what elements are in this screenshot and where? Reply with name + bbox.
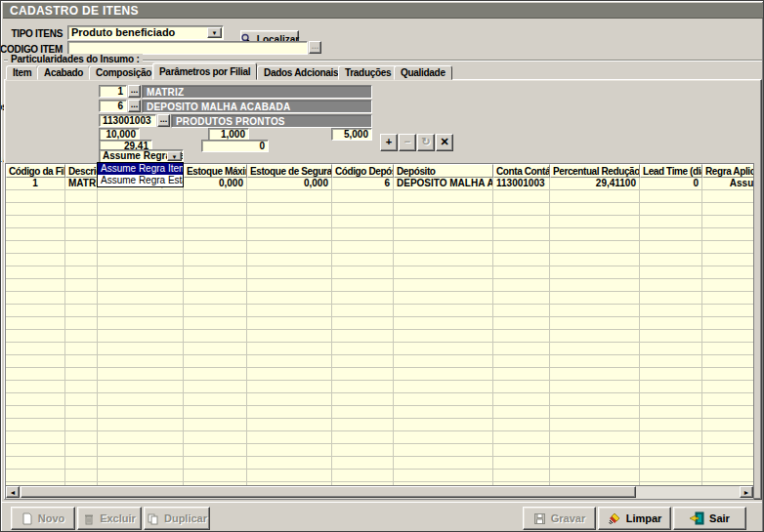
grid-empty-row[interactable] [6,368,754,381]
scroll-left-arrow-icon[interactable]: ◄ [6,486,20,498]
grid-empty-row[interactable] [6,431,754,444]
lead-time-input[interactable]: 0 [201,140,269,152]
grid-cell [640,317,702,330]
grid-cell [550,368,640,381]
grid-column-header[interactable]: Código Depósito [332,164,394,178]
grid-empty-row[interactable] [6,406,754,419]
cancel-record-button[interactable]: ✕ [436,134,453,151]
novo-button[interactable]: Novo [11,507,75,530]
grid-empty-row[interactable] [6,190,754,203]
tab-dados-adcionais[interactable]: Dados Adcionais [257,65,345,80]
grid-cell [98,305,184,317]
estoque-seguranca-input[interactable]: 5,000 [331,128,372,141]
grid-cell [640,203,702,216]
grid-empty-row[interactable] [6,241,754,254]
dropdown-option-assume-regra-item[interactable]: Assume Regra Item [98,163,183,175]
codigo-filial-browse-button[interactable]: ... [128,85,141,98]
grid-empty-row[interactable] [6,317,754,330]
regra-icms-select[interactable]: Assume Regra Item ▼ [99,149,184,163]
grid-cell [184,457,247,470]
grid-cell [184,292,247,305]
grid-cell [247,228,332,241]
dropdown-option-assume-regra-estado[interactable]: Assume Regra Estado [98,175,183,186]
chevron-down-icon[interactable]: ▼ [207,27,222,38]
conta-contabil-input[interactable]: 113001003 [99,114,156,127]
grid-column-header[interactable]: Conta Contábil [493,164,550,178]
grid-column-header[interactable]: Código da Filial [6,164,65,178]
grid-cell [394,266,493,279]
grid-cell [65,457,98,470]
codigo-item-input[interactable] [67,41,308,55]
grid-empty-row[interactable] [6,343,754,355]
grid-empty-row[interactable] [6,216,754,228]
grid-cell [640,406,702,419]
grid-column-header[interactable]: Estoque de Segurança [247,164,332,178]
limpar-button[interactable]: Limpar [598,507,671,530]
grid-empty-row[interactable] [6,457,754,470]
grid-empty-row[interactable] [6,203,754,216]
window-titlebar[interactable]: CADASTRO DE ITENS [3,3,763,19]
filiais-grid[interactable]: Código da FilialDescriçãoEstoque MínimoE… [5,163,754,486]
tab-parametros-por-filial[interactable]: Parâmetros por Filial [152,62,257,80]
grid-cell [65,254,98,266]
deposito-padrao-input[interactable]: 6 [99,100,127,112]
grid-empty-row[interactable] [6,279,754,292]
tab-item[interactable]: Item [6,65,38,80]
grid-empty-row[interactable] [6,393,754,406]
grid-cell [65,317,98,330]
grid-empty-row[interactable] [6,444,754,457]
grid-empty-row[interactable] [6,266,754,279]
grid-column-header[interactable]: Estoque Máximo [184,164,247,178]
grid-horizontal-scrollbar[interactable]: ◄ ► [5,486,754,500]
grid-empty-row[interactable] [6,330,754,343]
grid-column-header[interactable]: Regra Aplica [702,164,754,178]
tab-composicao[interactable]: Composição [89,65,158,80]
grid-empty-row[interactable] [6,254,754,266]
grid-cell [98,343,184,355]
grid-cell [65,190,98,203]
grid-column-header[interactable]: Descrição [65,164,98,178]
add-record-button[interactable]: + [380,134,398,151]
sair-button[interactable]: Sair [673,507,746,530]
grid-cell [65,241,98,254]
grid-column-header[interactable]: Lead Time (dias) [640,164,702,178]
grid-cell [332,266,394,279]
delete-record-button[interactable]: − [399,134,416,151]
refresh-record-button[interactable]: ↻ [417,134,435,151]
tab-qualidade[interactable]: Qualidade [394,65,452,80]
gravar-button[interactable]: Gravar [523,507,596,530]
tab-traducoes[interactable]: Traduções [338,65,398,80]
grid-cell [332,203,394,216]
grid-column-header[interactable]: Percentual Redução Icms [550,164,640,178]
grid-cell [6,190,65,203]
grid-cell [550,216,640,228]
grid-column-header[interactable]: Depósito [394,164,493,178]
grid-empty-row[interactable] [6,305,754,317]
tipo-itens-select[interactable]: Produto beneficiado ▼ [67,25,224,40]
excluir-button[interactable]: Excluir [77,507,142,530]
codigo-item-browse-button[interactable]: ... [309,41,321,54]
tab-acabado[interactable]: Acabado [37,65,90,80]
scroll-right-arrow-icon[interactable]: ► [740,486,753,498]
grid-cell [394,343,493,355]
grid-empty-row[interactable] [6,228,754,241]
grid-empty-row[interactable] [6,381,754,393]
grid-cell [493,470,550,482]
grid-empty-row[interactable] [6,470,754,482]
duplicar-button[interactable]: Duplicar [144,507,210,530]
grid-cell [702,254,754,266]
conta-contabil-browse-button[interactable]: ... [157,114,170,127]
scrollbar-thumb[interactable] [21,486,636,498]
deposito-padrao-browse-button[interactable]: ... [128,100,141,112]
grid-empty-row[interactable] [6,355,754,368]
codigo-filial-input[interactable]: 1 [99,85,127,98]
grid-cell [247,431,332,444]
grid-cell [550,241,640,254]
grid-cell [493,419,550,431]
grid-empty-row[interactable] [6,292,754,305]
grid-cell [6,305,65,317]
grid-cell [640,228,702,241]
chevron-down-icon[interactable]: ▼ [167,151,182,161]
grid-cell: 6 [332,178,394,190]
grid-empty-row[interactable] [6,419,754,431]
